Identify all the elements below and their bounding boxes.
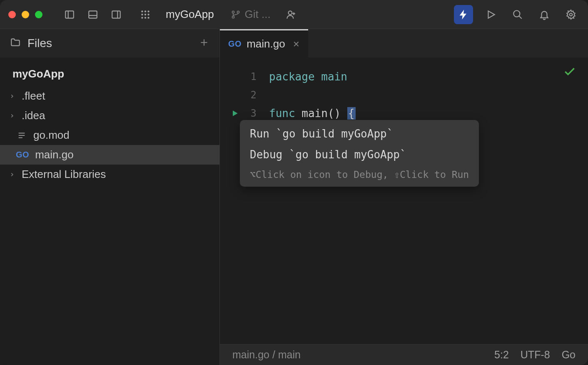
svg-marker-30 xyxy=(233,110,238,116)
svg-point-10 xyxy=(145,13,146,15)
svg-point-24 xyxy=(570,13,573,16)
tree-item-label: .fleet xyxy=(22,90,45,102)
editor-tabs: GO main.go ✕ xyxy=(220,29,588,58)
right-panel-icon[interactable] xyxy=(111,9,122,20)
close-window-button[interactable] xyxy=(8,11,16,18)
inspection-ok-icon[interactable] xyxy=(563,65,576,81)
minimize-window-button[interactable] xyxy=(22,11,29,18)
line-number: 3 xyxy=(244,108,261,119)
svg-point-7 xyxy=(145,10,146,12)
close-tab-icon[interactable]: ✕ xyxy=(293,39,300,49)
svg-point-9 xyxy=(141,13,143,15)
tree-item-label: .idea xyxy=(22,109,45,122)
svg-point-16 xyxy=(237,11,239,13)
left-panel-icon[interactable] xyxy=(64,9,75,20)
svg-marker-21 xyxy=(488,11,495,18)
code-line: 2 xyxy=(220,86,588,104)
svg-point-15 xyxy=(232,11,234,13)
sidebar-title: Files xyxy=(27,37,52,50)
tree-item-label: go.mod xyxy=(33,129,70,142)
tab-main-go[interactable]: GO main.go ✕ xyxy=(220,29,308,58)
git-label: Git ... xyxy=(245,8,271,21)
run-icon[interactable] xyxy=(486,9,496,20)
language-mode[interactable]: Go xyxy=(562,349,576,361)
git-branch-button[interactable]: Git ... xyxy=(231,8,271,21)
code-line: 1 package main xyxy=(220,68,588,86)
go-file-icon: GO xyxy=(228,39,242,49)
settings-icon[interactable] xyxy=(566,9,576,20)
go-file-icon: GO xyxy=(16,150,29,160)
file-tree: myGoApp .fleet .idea xyxy=(0,58,219,365)
popup-debug-item[interactable]: Debug `go build myGoApp` xyxy=(240,144,479,165)
svg-point-12 xyxy=(141,17,143,18)
gutter-run-icon[interactable] xyxy=(226,109,244,118)
breadcrumb[interactable]: main.go / main xyxy=(232,349,494,361)
tab-label: main.go xyxy=(247,38,285,50)
tree-item-main-go[interactable]: GO main.go xyxy=(0,145,219,165)
line-number: 1 xyxy=(244,71,261,82)
add-tab-icon[interactable] xyxy=(199,37,209,50)
svg-line-23 xyxy=(519,16,522,19)
tree-item-label: External Libraries xyxy=(22,168,106,181)
svg-point-22 xyxy=(513,10,520,17)
chevron-right-icon xyxy=(8,113,16,119)
line-number: 2 xyxy=(244,89,261,101)
folder-icon xyxy=(10,37,21,50)
svg-point-13 xyxy=(145,17,146,18)
cursor-position[interactable]: 5:2 xyxy=(494,349,509,361)
editor-area: GO main.go ✕ 1 package main 2 xyxy=(220,29,588,365)
traffic-lights xyxy=(8,11,42,18)
run-popup: Run `go build myGoApp` Debug `go build m… xyxy=(240,120,479,187)
chevron-right-icon xyxy=(8,93,16,99)
svg-point-14 xyxy=(147,17,149,18)
bottom-panel-icon[interactable] xyxy=(87,9,98,20)
svg-point-18 xyxy=(288,11,292,15)
tree-item-label: main.go xyxy=(35,148,74,161)
svg-point-6 xyxy=(141,10,143,12)
svg-rect-4 xyxy=(112,11,120,18)
svg-point-17 xyxy=(232,16,234,18)
project-title: myGoApp xyxy=(166,8,214,21)
svg-point-11 xyxy=(147,13,149,15)
tree-item-gomod[interactable]: go.mod xyxy=(0,125,219,145)
code-editor[interactable]: 1 package main 2 3 func main() { Run ` xyxy=(220,58,588,344)
chevron-right-icon xyxy=(8,172,16,178)
tree-item-fleet[interactable]: .fleet xyxy=(0,86,219,106)
svg-point-8 xyxy=(147,10,149,12)
encoding[interactable]: UTF-8 xyxy=(521,349,550,361)
project-root[interactable]: myGoApp xyxy=(0,63,219,86)
smart-mode-button[interactable] xyxy=(454,5,473,24)
svg-rect-2 xyxy=(89,11,97,18)
popup-run-item[interactable]: Run `go build myGoApp` xyxy=(240,123,479,144)
titlebar: myGoApp Git ... xyxy=(0,0,588,29)
sidebar-header: Files xyxy=(0,29,219,58)
sidebar: Files myGoApp .fleet .i xyxy=(0,29,220,365)
apps-grid-icon[interactable] xyxy=(140,9,151,20)
status-bar: main.go / main 5:2 UTF-8 Go xyxy=(220,344,588,365)
add-user-icon[interactable] xyxy=(286,9,296,20)
search-icon[interactable] xyxy=(512,9,523,20)
maximize-window-button[interactable] xyxy=(35,11,42,18)
file-lines-icon xyxy=(16,131,27,140)
tree-item-external-libraries[interactable]: External Libraries xyxy=(0,165,219,184)
notifications-icon[interactable] xyxy=(539,9,550,20)
popup-hint: ⌥Click on icon to Debug, ⇧Click to Run xyxy=(240,165,479,183)
svg-rect-0 xyxy=(65,11,74,18)
tree-item-idea[interactable]: .idea xyxy=(0,106,219,125)
